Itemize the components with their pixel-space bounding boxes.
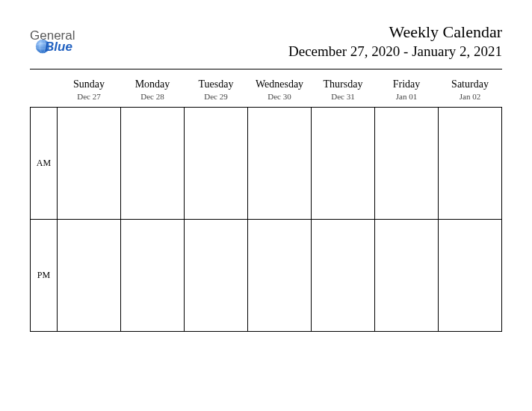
slot-pm-tue <box>185 220 248 332</box>
slot-am-tue <box>185 108 248 220</box>
pm-row: PM <box>31 220 502 332</box>
slot-am-mon <box>121 108 185 220</box>
day-date: Dec 27 <box>58 92 121 101</box>
day-date: Jan 02 <box>439 92 502 101</box>
day-date: Dec 28 <box>121 92 185 101</box>
row-label-pm: PM <box>31 220 58 332</box>
slot-am-fri <box>375 108 439 220</box>
day-name: Wednesday <box>248 78 312 90</box>
day-name: Thursday <box>312 78 375 90</box>
day-name: Saturday <box>439 78 502 90</box>
am-row: AM <box>31 108 502 220</box>
day-header: Friday Jan 01 <box>375 75 439 108</box>
slot-pm-sun <box>58 220 121 332</box>
brand-logo: General Blue <box>30 29 75 53</box>
slot-pm-thu <box>312 220 375 332</box>
page-header: General Blue Weekly Calendar December 27… <box>30 22 502 60</box>
day-header: Sunday Dec 27 <box>58 75 121 108</box>
day-name: Monday <box>121 78 185 90</box>
day-header: Saturday Jan 02 <box>439 75 502 108</box>
logo-bottom-wrap: Blue <box>45 40 72 53</box>
corner-cell <box>31 75 58 108</box>
day-name: Tuesday <box>185 78 248 90</box>
page-subtitle: December 27, 2020 - January 2, 2021 <box>288 43 502 60</box>
slot-am-sat <box>439 108 502 220</box>
calendar-grid: Sunday Dec 27 Monday Dec 28 Tuesday Dec … <box>30 75 502 332</box>
slot-am-sun <box>58 108 121 220</box>
day-header: Wednesday Dec 30 <box>248 75 312 108</box>
slot-pm-sat <box>439 220 502 332</box>
page-title: Weekly Calendar <box>288 22 502 42</box>
slot-pm-fri <box>375 220 439 332</box>
day-header: Monday Dec 28 <box>121 75 185 108</box>
day-header: Thursday Dec 31 <box>312 75 375 108</box>
slot-pm-wed <box>248 220 312 332</box>
day-date: Dec 31 <box>312 92 375 101</box>
header-divider <box>30 69 502 69</box>
logo-text-bottom: Blue <box>45 40 72 54</box>
slot-am-wed <box>248 108 312 220</box>
day-date: Jan 01 <box>375 92 439 101</box>
day-name: Sunday <box>58 78 121 90</box>
day-name: Friday <box>375 78 439 90</box>
row-label-am: AM <box>31 108 58 220</box>
day-header: Tuesday Dec 29 <box>185 75 248 108</box>
day-date: Dec 30 <box>248 92 312 101</box>
header-row: Sunday Dec 27 Monday Dec 28 Tuesday Dec … <box>31 75 502 108</box>
day-date: Dec 29 <box>185 92 248 101</box>
slot-am-thu <box>312 108 375 220</box>
slot-pm-mon <box>121 220 185 332</box>
title-block: Weekly Calendar December 27, 2020 - Janu… <box>288 22 502 60</box>
